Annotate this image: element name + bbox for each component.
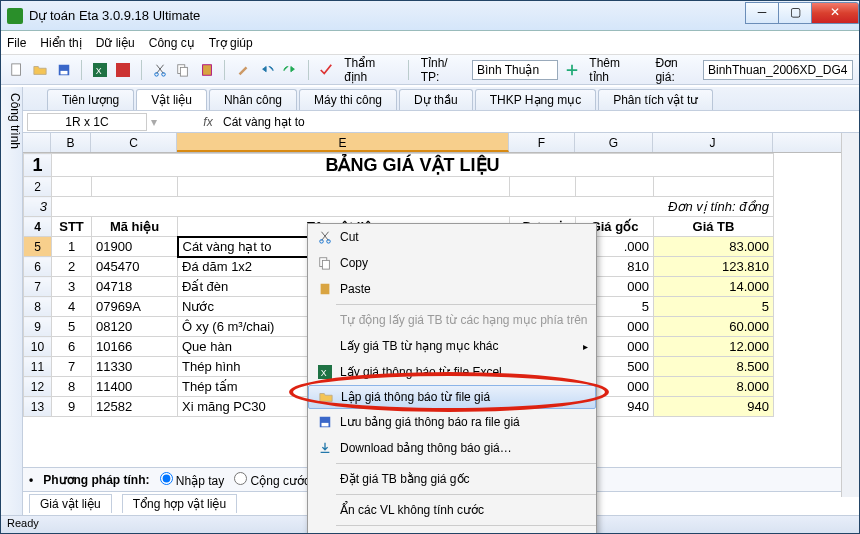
tinhtp-combo[interactable]	[472, 60, 558, 80]
cell-giatb[interactable]: 8.500	[654, 357, 774, 377]
cut-icon[interactable]	[150, 60, 169, 80]
close-button[interactable]: ✕	[811, 2, 859, 24]
cell-mahieu[interactable]: 01900	[92, 237, 178, 257]
maximize-button[interactable]: ▢	[778, 2, 812, 24]
cell-mahieu[interactable]: 08120	[92, 317, 178, 337]
cell-giatb[interactable]: 8.000	[654, 377, 774, 397]
col-g[interactable]: G	[575, 133, 653, 152]
cell-mahieu[interactable]: 10166	[92, 337, 178, 357]
cell-giatb[interactable]: 123.810	[654, 257, 774, 277]
ctx-luubang[interactable]: Lưu bảng giá thông báo ra file giá	[308, 409, 596, 435]
ctx-sapxep[interactable]: Sắp xếp…	[308, 528, 596, 534]
menu-file[interactable]: File	[7, 36, 26, 50]
tab-tienluong[interactable]: Tiên lượng	[47, 89, 134, 110]
col-b[interactable]: B	[51, 133, 91, 152]
ctx-laytb[interactable]: Lấy giá TB từ hạng mục khác	[308, 333, 596, 359]
redo-icon[interactable]	[280, 60, 299, 80]
svg-rect-2	[60, 70, 67, 74]
paste-icon[interactable]	[197, 60, 216, 80]
cell-stt[interactable]: 9	[52, 397, 92, 417]
menu-congcu[interactable]: Công cụ	[149, 36, 195, 50]
dongia-combo[interactable]	[703, 60, 853, 80]
open-icon[interactable]	[30, 60, 49, 80]
minimize-button[interactable]: ─	[745, 2, 779, 24]
menu-trogiup[interactable]: Trợ giúp	[209, 36, 253, 50]
pdf-icon[interactable]	[114, 60, 133, 80]
tab-nhancong[interactable]: Nhân công	[209, 89, 297, 110]
cell-giatb[interactable]: 14.000	[654, 277, 774, 297]
ctx-lapgia[interactable]: Lập giá thông báo từ file giá	[308, 385, 596, 409]
cell-mahieu[interactable]: 045470	[92, 257, 178, 277]
cell-giatb[interactable]: 83.000	[654, 237, 774, 257]
row-header[interactable]: 11	[24, 357, 52, 377]
cell-stt[interactable]: 2	[52, 257, 92, 277]
row-header[interactable]: 6	[24, 257, 52, 277]
fx-icon[interactable]: fx	[197, 115, 219, 129]
brush-icon[interactable]	[233, 60, 252, 80]
btab-tonghop[interactable]: Tổng hợp vật liệu	[122, 494, 237, 513]
cell-giatb[interactable]: 5	[654, 297, 774, 317]
thamdinh-label[interactable]: Thẩm định	[344, 56, 400, 84]
cell-giatb[interactable]: 12.000	[654, 337, 774, 357]
col-e[interactable]: E	[177, 133, 509, 152]
cell-stt[interactable]: 8	[52, 377, 92, 397]
tab-thkp[interactable]: THKP Hạng mục	[475, 89, 596, 110]
themtinh-label[interactable]: Thêm tỉnh	[589, 56, 641, 84]
row-header[interactable]: 7	[24, 277, 52, 297]
btab-giavl[interactable]: Giá vật liệu	[29, 494, 112, 513]
cell-mahieu[interactable]: 11400	[92, 377, 178, 397]
ctx-datgia[interactable]: Đặt giá TB bằng giá gốc	[308, 466, 596, 492]
row-header[interactable]: 5	[24, 237, 52, 257]
menu-hienthi[interactable]: Hiển thị	[40, 36, 81, 50]
cell-stt[interactable]: 7	[52, 357, 92, 377]
svg-text:X: X	[321, 368, 327, 378]
cell-stt[interactable]: 1	[52, 237, 92, 257]
tab-ptvt[interactable]: Phân tích vật tư	[598, 89, 713, 110]
cell-giatb[interactable]: 940	[654, 397, 774, 417]
cell-mahieu[interactable]: 04718	[92, 277, 178, 297]
check-icon[interactable]	[317, 60, 336, 80]
excel-icon[interactable]: X	[90, 60, 109, 80]
formula-bar[interactable]: Cát vàng hạt to	[219, 115, 859, 129]
row-header[interactable]: 13	[24, 397, 52, 417]
hdr-giatb: Giá TB	[654, 217, 774, 237]
cell-stt[interactable]: 6	[52, 337, 92, 357]
svg-rect-19	[322, 423, 329, 427]
tab-vatlieu[interactable]: Vật liệu	[136, 89, 207, 110]
ctx-cut[interactable]: Cut	[308, 224, 596, 250]
ctx-download[interactable]: Download bảng thông báo giá…	[308, 435, 596, 461]
ctx-layexcel[interactable]: XLấy giá thông báo từ file Excel	[308, 359, 596, 385]
undo-icon[interactable]	[257, 60, 276, 80]
cell-mahieu[interactable]: 07969A	[92, 297, 178, 317]
ctx-copy[interactable]: Copy	[308, 250, 596, 276]
row-header[interactable]: 10	[24, 337, 52, 357]
radio-nhaptay[interactable]: Nhập tay	[160, 472, 225, 488]
cell-giatb[interactable]: 60.000	[654, 317, 774, 337]
plus-icon[interactable]	[562, 60, 581, 80]
name-box[interactable]: 1R x 1C	[27, 113, 147, 131]
row-header[interactable]: 9	[24, 317, 52, 337]
svg-rect-14	[322, 260, 329, 269]
cell-mahieu[interactable]: 11330	[92, 357, 178, 377]
select-all-corner[interactable]	[23, 133, 51, 152]
save-icon[interactable]	[54, 60, 73, 80]
copy-icon[interactable]	[174, 60, 193, 80]
ctx-paste[interactable]: Paste	[308, 276, 596, 302]
col-c[interactable]: C	[91, 133, 177, 152]
row-header[interactable]: 12	[24, 377, 52, 397]
cell-stt[interactable]: 4	[52, 297, 92, 317]
cell-stt[interactable]: 5	[52, 317, 92, 337]
cell-stt[interactable]: 3	[52, 277, 92, 297]
vertical-scrollbar[interactable]	[841, 133, 859, 497]
new-icon[interactable]	[7, 60, 26, 80]
sidetab-congtrinh[interactable]: Công trình	[1, 87, 23, 515]
cell-mahieu[interactable]: 12582	[92, 397, 178, 417]
ctx-anvl[interactable]: Ẩn các VL không tính cước	[308, 497, 596, 523]
menu-dulieu[interactable]: Dữ liệu	[96, 36, 135, 50]
folder-open-icon	[315, 390, 337, 404]
tab-duthau[interactable]: Dự thầu	[399, 89, 473, 110]
row-header[interactable]: 8	[24, 297, 52, 317]
col-f[interactable]: F	[509, 133, 575, 152]
col-j[interactable]: J	[653, 133, 773, 152]
tab-maythicong[interactable]: Máy thi công	[299, 89, 397, 110]
